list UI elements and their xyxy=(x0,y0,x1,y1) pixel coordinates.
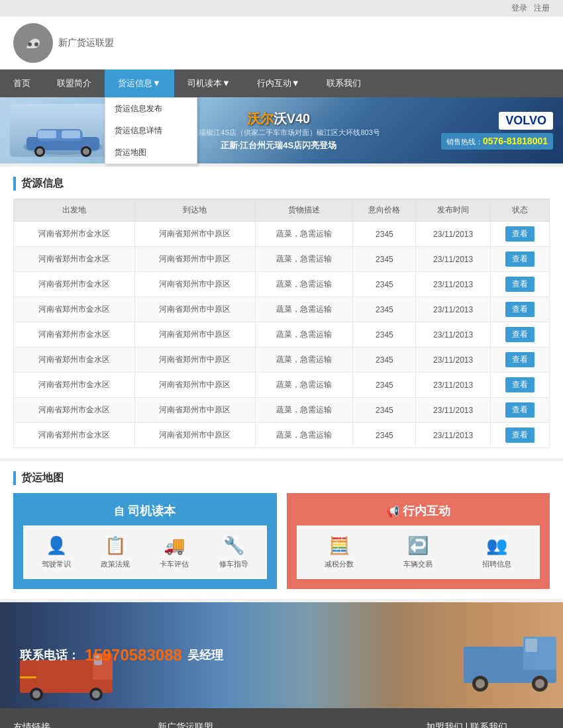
interaction-icon-recruit-label: 招聘信息 xyxy=(482,559,511,569)
contact-label: 联系电话： xyxy=(20,647,79,663)
cell-status: 查看 xyxy=(490,347,549,373)
table-row: 河南省郑州市金水区河南省郑州市中原区蔬菜，急需运输234523/11/2013查… xyxy=(14,347,550,373)
register-link[interactable]: 注册 xyxy=(534,3,550,14)
footer: 友情链接 中国物流网 中国物流网 中国物流网 新广货运联盟 新广货运联盟成立于2… xyxy=(0,708,563,728)
cell-2: 蔬菜，急需运输 xyxy=(256,373,353,398)
cell-2: 蔬菜，急需运输 xyxy=(256,347,353,373)
cell-3: 2345 xyxy=(353,247,416,272)
cell-1: 河南省郑州市中原区 xyxy=(134,297,256,322)
interaction-icon-trade[interactable]: ↩️ 车辆交易 xyxy=(403,535,433,569)
svg-point-18 xyxy=(92,690,100,698)
svg-point-26 xyxy=(535,679,544,688)
cell-1: 河南省郑州市中原区 xyxy=(134,398,256,423)
svg-point-24 xyxy=(476,679,485,688)
view-button[interactable]: 查看 xyxy=(505,377,535,392)
cell-0: 河南省郑州市金水区 xyxy=(14,398,135,423)
nav-item-contact[interactable]: 联系我们 xyxy=(313,69,374,97)
cell-0: 河南省郑州市金水区 xyxy=(14,322,135,347)
driver-icon-repair-label: 修车指导 xyxy=(219,559,248,569)
driver-icon-knowledge[interactable]: 👤 驾驶常识 xyxy=(42,535,71,569)
svg-point-2 xyxy=(34,42,38,46)
cell-4: 23/11/2013 xyxy=(416,247,491,272)
table-row: 河南省郑州市金水区河南省郑州市中原区蔬菜，急需运输234523/11/2013查… xyxy=(14,247,550,272)
cell-3: 2345 xyxy=(353,347,416,373)
cell-0: 河南省郑州市金水区 xyxy=(14,297,135,322)
cell-4: 23/11/2013 xyxy=(416,373,491,398)
svg-rect-11 xyxy=(62,130,80,138)
cell-status: 查看 xyxy=(490,222,549,247)
svg-point-7 xyxy=(36,148,43,155)
interaction-icon-recruit[interactable]: 👥 招聘信息 xyxy=(482,535,511,569)
interaction-feature-box: 📢 行内互动 🧮 减税分数 ↩️ 车辆交易 👥 招聘信息 xyxy=(287,493,550,589)
cell-3: 2345 xyxy=(353,423,416,448)
cell-0: 河南省郑州市金水区 xyxy=(14,347,135,373)
footer-grid: 友情链接 中国物流网 中国物流网 中国物流网 新广货运联盟 新广货运联盟成立于2… xyxy=(13,721,550,728)
nav-item-interact[interactable]: 行内互动▼ xyxy=(244,69,313,97)
interaction-icon-tax-label: 减税分数 xyxy=(325,559,354,569)
cell-0: 河南省郑州市金水区 xyxy=(14,423,135,448)
contact-banner: 联系电话： 15970583088 吴经理 xyxy=(0,602,563,708)
cell-1: 河南省郑州市中原区 xyxy=(134,423,256,448)
contact-name: 吴经理 xyxy=(187,647,223,663)
driver-icon-repair[interactable]: 🔧 修车指导 xyxy=(219,535,248,569)
view-button[interactable]: 查看 xyxy=(505,226,535,242)
nav-item-about[interactable]: 联盟简介 xyxy=(44,69,105,97)
cell-3: 2345 xyxy=(353,373,416,398)
interaction-icon-tax[interactable]: 🧮 减税分数 xyxy=(325,535,354,569)
driver-icon-truck[interactable]: 🚚 卡车评估 xyxy=(160,535,189,569)
col-desc: 货物描述 xyxy=(256,199,353,222)
driver-icons-row: 👤 驾驶常识 📋 政策法规 🚚 卡车评估 🔧 修车指导 xyxy=(23,525,267,579)
cell-status: 查看 xyxy=(490,297,549,322)
dropdown-item-publish[interactable]: 货运信息发布 xyxy=(105,98,197,120)
view-button[interactable]: 查看 xyxy=(505,327,535,342)
svg-rect-10 xyxy=(38,130,56,138)
view-button[interactable]: 查看 xyxy=(505,428,535,443)
driver-feature-box: 自 司机读本 👤 驾驶常识 📋 政策法规 🚚 卡车评估 🔧 修车指导 xyxy=(13,493,277,589)
truck-illustration-right xyxy=(364,620,563,708)
footer-company-col: 新广货运联盟 新广货运联盟成立于2013年，是一家专业提供互联网物流信息的的网站… xyxy=(158,721,406,728)
logo-text: 新广货运联盟 xyxy=(58,36,114,50)
svg-rect-22 xyxy=(525,639,537,652)
svg-rect-19 xyxy=(20,676,36,678)
col-status: 状态 xyxy=(490,199,549,222)
view-button[interactable]: 查看 xyxy=(505,402,535,418)
cell-0: 河南省郑州市金水区 xyxy=(14,247,135,272)
nav-item-cargo[interactable]: 货运信息▼ 货运信息发布 货运信息详情 货运地图 xyxy=(105,69,174,97)
cell-status: 查看 xyxy=(490,373,549,398)
view-button[interactable]: 查看 xyxy=(505,277,535,292)
nav-item-driver[interactable]: 司机读本▼ xyxy=(174,69,244,97)
cell-2: 蔬菜，急需运输 xyxy=(256,423,353,448)
svg-point-16 xyxy=(32,690,40,698)
nav-item-home[interactable]: 首页 xyxy=(0,69,44,97)
view-button[interactable]: 查看 xyxy=(505,302,535,317)
cell-status: 查看 xyxy=(490,398,549,423)
dropdown-item-detail[interactable]: 货运信息详情 xyxy=(105,120,197,142)
cell-0: 河南省郑州市金水区 xyxy=(14,222,135,247)
volvo-brand: VOLVO xyxy=(499,112,553,130)
cell-2: 蔬菜，急需运输 xyxy=(256,322,353,347)
cell-2: 蔬菜，急需运输 xyxy=(256,247,353,272)
dropdown-item-map[interactable]: 货运地图 xyxy=(105,142,197,163)
col-date: 发布时间 xyxy=(416,199,491,222)
cell-2: 蔬菜，急需运输 xyxy=(256,272,353,297)
cell-2: 蔬菜，急需运输 xyxy=(256,222,353,247)
logo-area: 新广货运联盟 xyxy=(0,17,563,69)
cell-4: 23/11/2013 xyxy=(416,398,491,423)
col-to: 到达地 xyxy=(134,199,256,222)
login-link[interactable]: 登录 xyxy=(511,3,527,14)
cell-1: 河南省郑州市中原区 xyxy=(134,322,256,347)
cell-0: 河南省郑州市金水区 xyxy=(14,272,135,297)
table-row: 河南省郑州市金水区河南省郑州市中原区蔬菜，急需运输234523/11/2013查… xyxy=(14,373,550,398)
banner-car-image xyxy=(10,104,116,157)
hotline-box: 销售热线：0576-81818001 xyxy=(441,133,553,150)
cell-4: 23/11/2013 xyxy=(416,222,491,247)
view-button[interactable]: 查看 xyxy=(505,251,535,267)
cell-2: 蔬菜，急需运输 xyxy=(256,297,353,322)
cargo-table: 出发地 到达地 货物描述 意向价格 发布时间 状态 河南省郑州市金水区河南省郑州… xyxy=(13,199,550,448)
cell-status: 查看 xyxy=(490,423,549,448)
driver-icon-law[interactable]: 📋 政策法规 xyxy=(101,535,130,569)
cell-3: 2345 xyxy=(353,297,416,322)
driver-box-title: 自 司机读本 xyxy=(23,503,267,519)
cell-3: 2345 xyxy=(353,272,416,297)
view-button[interactable]: 查看 xyxy=(505,352,535,367)
